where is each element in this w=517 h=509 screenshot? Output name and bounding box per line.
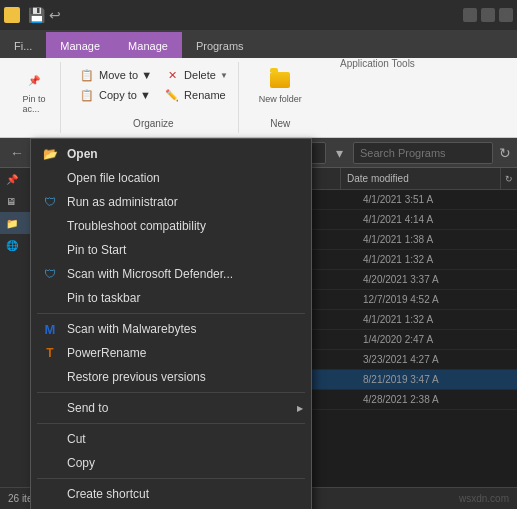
ctx-pin-taskbar[interactable]: Pin to taskbar — [31, 286, 311, 310]
rename-button[interactable]: ✏️ Rename — [160, 86, 232, 104]
ctx-open[interactable]: 📂 Open — [31, 142, 311, 166]
tab-manage-1[interactable]: Manage — [46, 32, 114, 58]
ctx-scan-malwarebytes[interactable]: M Scan with Malwarebytes — [31, 317, 311, 341]
open-icon: 📂 — [41, 145, 59, 163]
watermark: wsxdn.com — [459, 493, 509, 504]
minimize-button[interactable] — [463, 8, 477, 22]
ribbon-group-new: New folder New — [247, 62, 314, 133]
pin-icon: 📌 — [22, 68, 46, 92]
col-header-date[interactable]: Date modified — [341, 168, 501, 189]
title-bar: 💾 ↩ — [0, 0, 517, 30]
tab-programs[interactable]: Programs — [182, 32, 258, 58]
app-icon — [4, 7, 20, 23]
sidebar-item-pin[interactable]: 📌 — [0, 168, 34, 190]
ctx-open-file-location[interactable]: Open file location — [31, 166, 311, 190]
move-to-button[interactable]: 📋 Move to ▼ — [75, 66, 156, 84]
ctx-run-as-admin[interactable]: 🛡 Run as administrator — [31, 190, 311, 214]
ribbon: Application Tools 📌 Pin toac... 📋 Move t… — [0, 58, 517, 138]
ctx-copy[interactable]: Copy — [31, 451, 311, 475]
application-tools-label: Application Tools — [340, 58, 415, 69]
powerrename-icon: T — [41, 344, 59, 362]
refresh-button[interactable]: ↻ — [499, 145, 511, 161]
ctx-cut[interactable]: Cut — [31, 427, 311, 451]
ctx-troubleshoot[interactable]: Troubleshoot compatibility — [31, 214, 311, 238]
col-options[interactable]: ↻ — [501, 174, 517, 184]
sidebar-item-desktop[interactable]: 🖥 — [0, 190, 34, 212]
delete-icon: ✕ — [164, 67, 180, 83]
save-icon[interactable]: 💾 — [28, 7, 45, 23]
ctx-separator-3 — [37, 423, 305, 424]
delete-button[interactable]: ✕ Delete ▼ — [160, 66, 232, 84]
new-folder-button[interactable]: New folder — [253, 66, 308, 106]
malwarebytes-icon: M — [41, 320, 59, 338]
ctx-send-to[interactable]: Send to — [31, 396, 311, 420]
close-button[interactable] — [499, 8, 513, 22]
defender-icon: 🛡 — [41, 265, 59, 283]
group-label-new: New — [270, 118, 290, 129]
quick-access-toolbar: 💾 ↩ — [28, 7, 61, 23]
ctx-separator-4 — [37, 478, 305, 479]
ctx-create-shortcut[interactable]: Create shortcut — [31, 482, 311, 506]
context-menu: 📂 Open Open file location 🛡 Run as admin… — [30, 138, 312, 509]
copy-icon: 📋 — [79, 87, 95, 103]
ribbon-group-organize: 📋 Move to ▼ 📋 Copy to ▼ ✕ Delete ▼ ✏️ Re… — [69, 62, 239, 133]
ctx-scan-defender[interactable]: 🛡 Scan with Microsoft Defender... — [31, 262, 311, 286]
rename-icon: ✏️ — [164, 87, 180, 103]
back-button[interactable]: ← — [6, 143, 28, 163]
ctx-separator-2 — [37, 392, 305, 393]
sidebar-item-network[interactable]: 🌐 — [0, 234, 34, 256]
new-folder-icon — [268, 68, 292, 92]
search-input[interactable] — [353, 142, 493, 164]
ctx-power-rename[interactable]: T PowerRename — [31, 341, 311, 365]
sidebar-item-folder[interactable]: 📁 — [0, 212, 34, 234]
ribbon-group-pin: 📌 Pin toac... — [8, 62, 61, 133]
pin-button[interactable]: 📌 Pin toac... — [14, 66, 54, 116]
move-icon: 📋 — [79, 67, 95, 83]
group-label-organize: Organize — [133, 118, 174, 129]
ribbon-tabs: Fi... Manage Manage Programs — [0, 30, 517, 58]
shield-icon: 🛡 — [41, 193, 59, 211]
tab-manage-2[interactable]: Manage — [114, 32, 182, 58]
ctx-restore-versions[interactable]: Restore previous versions — [31, 365, 311, 389]
ctx-separator-1 — [37, 313, 305, 314]
copy-to-button[interactable]: 📋 Copy to ▼ — [75, 86, 156, 104]
undo-icon[interactable]: ↩ — [49, 7, 61, 23]
dropdown-arrow[interactable]: ▾ — [332, 143, 347, 163]
tab-file[interactable]: Fi... — [0, 32, 46, 58]
maximize-button[interactable] — [481, 8, 495, 22]
ctx-pin-start[interactable]: Pin to Start — [31, 238, 311, 262]
